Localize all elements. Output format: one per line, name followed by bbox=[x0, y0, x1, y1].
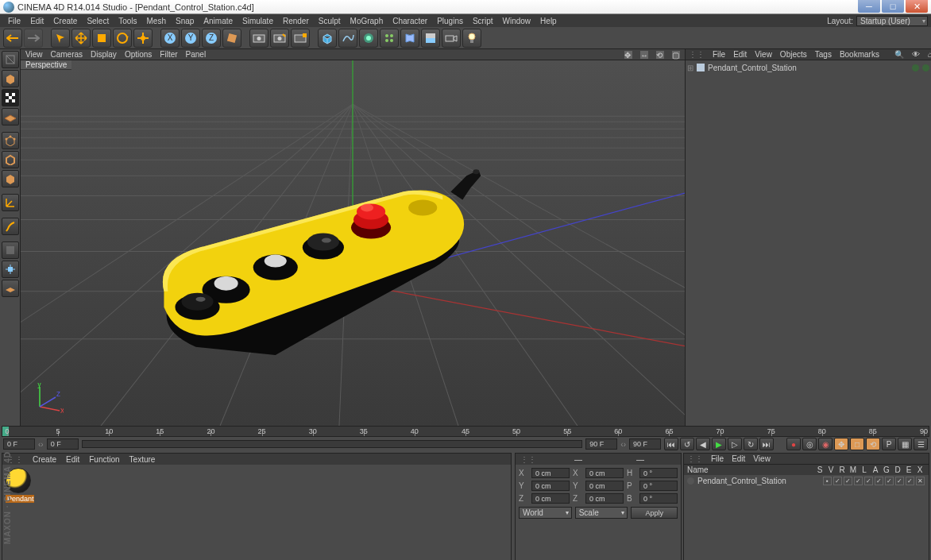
menu-mograph[interactable]: MoGraph bbox=[346, 17, 388, 25]
timeline-ruler[interactable]: 051015202530354045505560657075808590 bbox=[2, 426, 929, 437]
layer-render-check[interactable]: ✓ bbox=[844, 477, 852, 485]
menu-sculpt[interactable]: Sculpt bbox=[314, 17, 346, 25]
maximize-button[interactable]: □ bbox=[882, 0, 904, 13]
viewport-max-icon[interactable]: ▢ bbox=[672, 51, 680, 59]
spline-button[interactable] bbox=[338, 29, 357, 48]
primitive-cube-button[interactable] bbox=[318, 29, 337, 48]
key-param-button[interactable]: P bbox=[882, 438, 896, 450]
timeline-start-field[interactable]: 0 F bbox=[3, 438, 35, 450]
view-menu-filter[interactable]: Filter bbox=[160, 50, 177, 59]
menu-simulate[interactable]: Simulate bbox=[238, 17, 278, 25]
goto-prevkey-button[interactable]: ↺ bbox=[680, 438, 694, 450]
key-scale-button[interactable]: □ bbox=[850, 438, 864, 450]
view-menu-view[interactable]: View bbox=[25, 50, 43, 59]
home-icon[interactable]: ⌂ bbox=[928, 50, 931, 59]
render-view-button[interactable] bbox=[249, 29, 268, 48]
timeline-end2-field[interactable]: 90 F bbox=[629, 438, 661, 450]
size-x-field[interactable] bbox=[585, 468, 624, 478]
axis-x-button[interactable]: X bbox=[160, 29, 180, 48]
layer-xref-check[interactable]: ✕ bbox=[916, 477, 925, 485]
view-menu-cameras[interactable]: Cameras bbox=[51, 50, 83, 59]
minimize-button[interactable]: ─ bbox=[858, 0, 880, 13]
key-pos-button[interactable]: ✥ bbox=[834, 438, 848, 450]
axis-mode-button[interactable] bbox=[2, 194, 19, 211]
viewport-zoom-icon[interactable]: ↔ bbox=[640, 51, 648, 59]
menu-render[interactable]: Render bbox=[278, 17, 314, 25]
pos-y-field[interactable] bbox=[531, 481, 570, 491]
nurbs-button[interactable] bbox=[359, 29, 378, 48]
3d-viewport[interactable]: x y z bbox=[21, 60, 685, 426]
timeline-end-field[interactable]: 90 F bbox=[585, 438, 617, 450]
menu-window[interactable]: Window bbox=[498, 17, 536, 25]
layer-solo-check[interactable]: ▪ bbox=[823, 477, 832, 485]
layer-anim-check[interactable]: ✓ bbox=[875, 477, 883, 485]
tree-row[interactable]: ⊞ ◦ Pendant_Control_Station bbox=[687, 62, 929, 73]
view-menu-display[interactable]: Display bbox=[91, 50, 117, 59]
play-forward-button[interactable]: ▶ bbox=[712, 438, 726, 450]
size-z-field[interactable] bbox=[585, 493, 624, 504]
viewport-nav-icon[interactable]: ✥ bbox=[624, 51, 632, 59]
menu-tools[interactable]: Tools bbox=[114, 17, 141, 25]
key-opts-button[interactable]: ☰ bbox=[914, 438, 928, 450]
pos-x-field[interactable] bbox=[531, 468, 570, 478]
rot-b-field[interactable] bbox=[639, 493, 678, 504]
locked-workplane-button[interactable] bbox=[2, 280, 19, 297]
attr-menu-view[interactable]: View bbox=[753, 454, 771, 463]
camera-button[interactable] bbox=[442, 29, 461, 48]
polygons-mode-button[interactable] bbox=[2, 170, 19, 187]
attr-menu-file[interactable]: File bbox=[711, 454, 724, 463]
coord-space-dropdown[interactable]: World bbox=[519, 507, 572, 519]
snap-enable-button[interactable] bbox=[2, 261, 19, 278]
layout-dropdown[interactable]: Startup (User) bbox=[856, 16, 928, 26]
mat-menu-function[interactable]: Function bbox=[89, 455, 119, 464]
key-rot-button[interactable]: ⟲ bbox=[866, 438, 880, 450]
mat-menu-edit[interactable]: Edit bbox=[66, 455, 79, 464]
eye-icon[interactable]: 👁 bbox=[912, 50, 920, 59]
goto-nextkey-button[interactable]: ▷ bbox=[728, 438, 742, 450]
goto-end-button[interactable]: ⏭ bbox=[759, 438, 774, 450]
material-list[interactable]: Pendant bbox=[2, 465, 511, 560]
loop-button[interactable]: ↻ bbox=[744, 438, 758, 450]
last-tool-button[interactable] bbox=[133, 29, 153, 48]
light-button[interactable] bbox=[462, 29, 481, 48]
coord-sys-button[interactable] bbox=[222, 29, 241, 48]
axis-z-button[interactable]: Z bbox=[202, 29, 221, 48]
deformer-button[interactable] bbox=[400, 29, 419, 48]
live-select-button[interactable] bbox=[51, 29, 70, 48]
om-menu-bookmarks[interactable]: Bookmarks bbox=[840, 50, 879, 59]
visibility-editor-dot[interactable] bbox=[912, 64, 919, 71]
menu-create[interactable]: Create bbox=[48, 17, 82, 25]
model-mode-button[interactable] bbox=[2, 70, 19, 87]
redo-button[interactable] bbox=[24, 29, 43, 48]
menu-script[interactable]: Script bbox=[468, 17, 498, 25]
layer-lock-check[interactable]: ✓ bbox=[864, 477, 873, 485]
timeline-range-slider[interactable] bbox=[82, 440, 583, 448]
move-button[interactable] bbox=[71, 29, 91, 48]
rot-p-field[interactable] bbox=[639, 481, 678, 491]
workplane-button[interactable] bbox=[2, 108, 19, 126]
goto-start-button[interactable]: ⏮ bbox=[664, 438, 678, 450]
axis-y-button[interactable]: Y bbox=[181, 29, 200, 48]
object-tree[interactable]: ⊞ ◦ Pendant_Control_Station bbox=[686, 60, 931, 426]
coord-size-dropdown[interactable]: Scale bbox=[575, 507, 628, 519]
layer-manager-check[interactable]: ✓ bbox=[854, 477, 863, 485]
render-pv-button[interactable] bbox=[270, 29, 289, 48]
menu-file[interactable]: File bbox=[3, 17, 25, 25]
menu-help[interactable]: Help bbox=[535, 17, 562, 25]
om-menu-objects[interactable]: Objects bbox=[780, 50, 807, 59]
mat-menu-create[interactable]: Create bbox=[33, 455, 56, 464]
mat-menu-texture[interactable]: Texture bbox=[129, 455, 156, 464]
view-menu-options[interactable]: Options bbox=[125, 50, 152, 59]
menu-animate[interactable]: Animate bbox=[199, 17, 238, 25]
attr-menu-edit[interactable]: Edit bbox=[732, 454, 745, 463]
layer-gen-check[interactable]: ✓ bbox=[885, 477, 894, 485]
record-button[interactable]: ● bbox=[786, 438, 801, 450]
timeline-cursor-field[interactable]: 0 F bbox=[47, 438, 79, 450]
rot-h-field[interactable] bbox=[639, 468, 678, 478]
edges-mode-button[interactable] bbox=[2, 151, 19, 168]
om-menu-view[interactable]: View bbox=[755, 50, 772, 59]
menu-character[interactable]: Character bbox=[388, 17, 432, 25]
search-icon[interactable]: 🔍 bbox=[895, 50, 904, 59]
texture-mode-button[interactable] bbox=[2, 89, 19, 106]
undo-button[interactable] bbox=[3, 29, 22, 48]
